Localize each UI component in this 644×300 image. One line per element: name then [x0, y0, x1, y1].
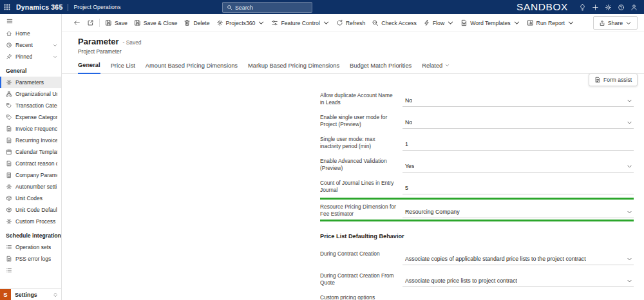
field-value: Associate quote price lists to project c… [405, 277, 517, 284]
command-label: Feature Control [281, 20, 319, 26]
sidebar-item-expense-categories[interactable]: Expense Categories [0, 111, 61, 123]
sidebar-item-label: Recurring Invoice ... [15, 137, 57, 144]
save-icon [105, 19, 112, 26]
sidebar-collapse-button[interactable] [0, 14, 61, 28]
field-label: During Contract Creation From Quote [320, 270, 402, 287]
tab-markup-based-pricing-dimensions[interactable]: Markup Based Pricing Dimensions [248, 58, 339, 73]
page-header: Parameter - Saved Project Parameter [61, 32, 644, 57]
tab-amount-based-pricing-dimensions[interactable]: Amount Based Pricing Dimensions [146, 58, 238, 73]
account-person-icon[interactable] [627, 0, 640, 14]
back-button[interactable] [70, 17, 84, 30]
tab-budget-match-priorities[interactable]: Budget Match Priorities [350, 58, 412, 73]
brand-title[interactable]: Dynamics 365 [16, 3, 62, 11]
clock-icon [6, 42, 12, 48]
sidebar-item-autonumber-settings[interactable]: Autonumber setti... [0, 181, 61, 192]
field-value: Yes [405, 163, 414, 169]
calendar-icon [6, 149, 12, 155]
tab-related[interactable]: Related [422, 58, 450, 73]
global-search-box[interactable] [222, 2, 312, 13]
field-label: Enable single user mode for Project (Pre… [320, 112, 402, 129]
field-dropdown[interactable]: Associate quote price lists to project c… [402, 270, 634, 287]
field-dropdown[interactable]: No [402, 112, 634, 129]
settings-gear-icon[interactable] [601, 0, 614, 14]
tab-general[interactable]: General [78, 57, 100, 74]
open-new-window-button[interactable] [84, 17, 97, 30]
area-label: Settings [15, 292, 37, 298]
sidebar-item-transaction-categories[interactable]: Transaction Categ... [0, 100, 61, 111]
run-report-menu-button[interactable]: Run Report [524, 17, 578, 30]
sidebar-item-unit-code-defaults[interactable]: Unit Code Default... [0, 204, 61, 216]
site-map-sidebar: Home Recent Pinned General Parameters Or… [0, 14, 62, 300]
sidebar-item-label: Contract reason c... [15, 160, 57, 167]
field-input[interactable]: 5 [402, 178, 634, 194]
sidebar-item-recurring-invoice[interactable]: Recurring Invoice ... [0, 135, 61, 146]
sidebar-item-unit-codes[interactable]: Unit Codes [0, 192, 61, 204]
chevron-down-icon[interactable] [53, 43, 57, 48]
sidebar-item-organizational-units[interactable]: Organizational Un... [0, 88, 61, 100]
refresh-button[interactable]: Refresh [333, 17, 368, 30]
flow-menu-button[interactable]: Flow [420, 17, 457, 30]
tab-price-list[interactable]: Price List [111, 58, 135, 73]
chevron-down-icon [258, 19, 265, 26]
sidebar-item-pss-error-logs[interactable]: PSS error logs [0, 253, 61, 265]
sidebar-item-recent[interactable]: Recent [0, 39, 61, 51]
command-separator [99, 19, 100, 27]
sidebar-item-calendar-templates[interactable]: Calendar Templates [0, 146, 61, 158]
field-label: Custom pricing options [320, 292, 402, 300]
box-icon [6, 207, 12, 213]
save-button[interactable]: Save [102, 17, 131, 30]
field-input[interactable]: 1 [402, 134, 634, 151]
sidebar-item-partial[interactable] [0, 265, 61, 276]
app-name[interactable]: Project Operations [73, 4, 120, 10]
word-document-icon [460, 19, 468, 26]
building-icon [6, 172, 12, 178]
sidebar-item-custom-process[interactable]: Custom Process E... [0, 216, 61, 227]
chevron-down-icon [323, 19, 330, 26]
word-templates-menu-button[interactable]: Word Templates [457, 17, 523, 30]
app-launcher-waffle-icon[interactable] [0, 3, 14, 11]
sidebar-item-label: Company Parame... [15, 172, 57, 178]
sidebar-section-general: General [0, 62, 61, 77]
sidebar-item-invoice-frequencies[interactable]: Invoice Frequencies [0, 123, 61, 135]
org-chart-icon [6, 91, 12, 97]
save-icon [134, 19, 141, 26]
area-switcher[interactable]: S Settings [0, 288, 61, 300]
quick-create-plus-icon[interactable] [589, 0, 601, 14]
main-content: Save Save & Close Delete Projects360 Fea… [61, 14, 644, 300]
save-and-close-button[interactable]: Save & Close [131, 17, 181, 30]
field-enable-single-user-mode: Enable single user mode for Project (Pre… [320, 112, 634, 129]
check-access-button[interactable]: Check Access [368, 17, 420, 30]
sidebar-item-label: Home [15, 30, 30, 37]
topbar-right-cluster: SANDBOX [516, 0, 644, 14]
field-dropdown[interactable]: Resourcing Company [402, 202, 634, 218]
sidebar-item-contract-reason-codes[interactable]: Contract reason c... [0, 158, 61, 169]
refresh-icon [336, 19, 343, 26]
sidebar-item-label: PSS error logs [15, 256, 51, 262]
chevron-down-icon [567, 19, 574, 26]
tag-icon [6, 102, 12, 109]
sidebar-item-label: Calendar Templates [15, 149, 57, 155]
sidebar-item-pinned[interactable]: Pinned [0, 51, 61, 62]
feature-control-menu-button[interactable]: Feature Control [268, 17, 332, 30]
form-tab-strip: General Price List Amount Based Pricing … [61, 57, 644, 74]
sidebar-item-label: Recent [15, 42, 33, 48]
field-dropdown[interactable]: Associate copies of applicable standard … [402, 248, 634, 265]
lightbulb-icon[interactable] [576, 0, 589, 14]
sidebar-item-operation-sets[interactable]: Operation sets [0, 241, 61, 253]
sidebar-item-label: Parameters [15, 79, 44, 86]
sidebar-item-company-parameters[interactable]: Company Parame... [0, 169, 61, 181]
search-input[interactable] [235, 5, 308, 11]
field-dropdown[interactable]: Yes [402, 156, 634, 173]
share-button[interactable]: Share [593, 16, 638, 30]
projects360-menu-button[interactable]: Projects360 [213, 17, 269, 30]
help-icon[interactable] [614, 0, 627, 14]
delete-button[interactable]: Delete [180, 17, 213, 30]
field-dropdown[interactable]: Create full copy of the standard price l… [402, 292, 634, 300]
field-value: No [405, 97, 412, 104]
field-dropdown[interactable]: No [402, 90, 634, 107]
chevron-down-icon[interactable] [53, 55, 57, 59]
form-assist-button[interactable]: Form assist [589, 73, 638, 86]
area-switch-chevrons-icon[interactable] [53, 292, 58, 297]
sidebar-item-parameters[interactable]: Parameters [0, 77, 61, 88]
sidebar-item-home[interactable]: Home [0, 28, 61, 39]
